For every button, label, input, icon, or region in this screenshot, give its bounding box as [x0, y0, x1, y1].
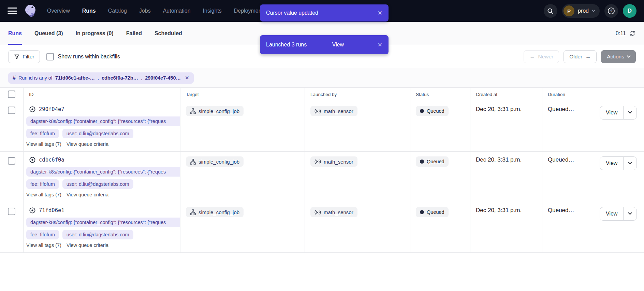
- run-id-link[interactable]: cdbc6f0a: [39, 157, 64, 163]
- queued-status-icon: [29, 156, 36, 163]
- status-badge: Queued: [416, 207, 449, 217]
- run-id-filter-chip[interactable]: # Run id is any of 71fd06e1-afbe-…, cdbc…: [8, 72, 194, 84]
- launched-by-pill[interactable]: math_sensor: [310, 156, 357, 167]
- nav-item-automation[interactable]: Automation: [163, 8, 191, 14]
- target-job-name: simple_config_job: [199, 159, 239, 165]
- target-job-pill[interactable]: simple_config_job: [186, 207, 244, 217]
- view-run-split-button: View: [600, 207, 637, 221]
- sensor-name: math_sensor: [324, 159, 353, 165]
- target-job-pill[interactable]: simple_config_job: [186, 156, 244, 167]
- tab-queued[interactable]: Queued (3): [34, 22, 63, 45]
- remove-filter-icon[interactable]: ✕: [185, 75, 189, 81]
- environment-avatar: P: [564, 5, 574, 16]
- runs-table-header: ID Target Launched by Status Created at …: [0, 87, 644, 101]
- view-all-tags-link[interactable]: View all tags (7): [26, 242, 61, 248]
- tab-in-progress[interactable]: In progress (0): [76, 22, 114, 45]
- fee-tag[interactable]: fee: fifofum: [26, 230, 59, 239]
- search-button[interactable]: [544, 4, 557, 18]
- filter-chip-prefix: Run id is any of: [18, 75, 53, 81]
- view-run-dropdown-button[interactable]: [623, 157, 636, 170]
- comma: ,: [141, 75, 142, 81]
- fee-tag[interactable]: fee: fifofum: [26, 129, 59, 138]
- duration-value: Queued…: [548, 156, 574, 163]
- close-icon[interactable]: ✕: [378, 42, 382, 48]
- view-run-dropdown-button[interactable]: [623, 106, 636, 119]
- nav-item-overview[interactable]: Overview: [47, 8, 70, 14]
- column-header-actions: [594, 88, 644, 101]
- status-dot-icon: [420, 160, 424, 164]
- view-queue-criteria-link[interactable]: View queue criteria: [67, 141, 108, 147]
- config-tag[interactable]: dagster-k8s/config: {"container_config":…: [26, 167, 180, 177]
- show-backfills-label: Show runs within backfills: [58, 54, 120, 60]
- view-queue-criteria-link[interactable]: View queue criteria: [67, 192, 108, 197]
- launched-by-pill[interactable]: math_sensor: [310, 106, 357, 116]
- user-avatar[interactable]: D: [623, 4, 636, 18]
- run-row: 290f04e7 dagster-k8s/config: {"container…: [0, 101, 644, 152]
- nav-item-jobs[interactable]: Jobs: [139, 8, 151, 14]
- view-run-dropdown-button[interactable]: [623, 207, 636, 220]
- filter-funnel-icon: [14, 54, 19, 59]
- status-badge: Queued: [416, 156, 449, 167]
- created-at-value: Dec 20, 3:31 p.m.: [476, 206, 522, 213]
- chevron-down-icon: [628, 161, 632, 164]
- select-run-checkbox[interactable]: [8, 107, 15, 114]
- created-at-value: Dec 20, 3:31 p.m.: [476, 156, 522, 163]
- dagster-logo-icon[interactable]: [23, 3, 38, 19]
- chevron-down-icon: [628, 110, 632, 114]
- fee-tag[interactable]: fee: fifofum: [26, 179, 59, 189]
- view-queue-criteria-link[interactable]: View queue criteria: [67, 242, 108, 248]
- actions-menu-button[interactable]: Actions: [601, 50, 636, 63]
- view-run-button[interactable]: View: [600, 157, 623, 170]
- tab-scheduled[interactable]: Scheduled: [155, 22, 182, 45]
- toast-view-link[interactable]: View: [332, 42, 344, 48]
- config-tag[interactable]: dagster-k8s/config: {"container_config":…: [26, 116, 180, 126]
- view-run-button[interactable]: View: [600, 207, 623, 220]
- toast-launched-runs: Launched 3 runs View ✕: [260, 35, 389, 54]
- target-job-name: simple_config_job: [199, 108, 239, 114]
- newer-page-button[interactable]: ← Newer: [524, 50, 559, 63]
- user-tag[interactable]: user: d.liu@dagsterlabs.com: [62, 230, 133, 239]
- nav-item-insights[interactable]: Insights: [203, 8, 222, 14]
- tab-failed[interactable]: Failed: [126, 22, 142, 45]
- select-all-checkbox[interactable]: [8, 91, 15, 98]
- environment-switcher[interactable]: P prod: [562, 4, 600, 18]
- user-tag[interactable]: user: d.liu@dagsterlabs.com: [62, 179, 133, 189]
- tab-runs[interactable]: Runs: [8, 22, 22, 45]
- view-run-button[interactable]: View: [600, 106, 623, 119]
- status-label: Queued: [427, 209, 444, 215]
- select-run-checkbox[interactable]: [8, 208, 15, 215]
- filter-button-label: Filter: [23, 54, 34, 60]
- help-button[interactable]: ?: [604, 4, 618, 18]
- column-header-id: ID: [24, 88, 180, 101]
- run-id-link[interactable]: 290f04e7: [39, 106, 64, 112]
- actions-button-label: Actions: [607, 54, 624, 60]
- older-button-label: Older: [569, 54, 582, 60]
- filter-button[interactable]: Filter: [8, 50, 40, 63]
- sensor-name: math_sensor: [324, 209, 353, 215]
- nav-item-catalog[interactable]: Catalog: [108, 8, 127, 14]
- view-all-tags-link[interactable]: View all tags (7): [26, 192, 61, 197]
- run-id-link[interactable]: 71fd06e1: [39, 207, 64, 213]
- view-all-tags-link[interactable]: View all tags (7): [26, 141, 61, 147]
- launched-by-pill[interactable]: math_sensor: [310, 207, 357, 217]
- close-icon[interactable]: ✕: [378, 10, 382, 16]
- target-job-pill[interactable]: simple_config_job: [186, 106, 244, 116]
- nav-item-deployment[interactable]: Deployment: [234, 8, 263, 14]
- run-row: cdbc6f0a dagster-k8s/config: {"container…: [0, 152, 644, 202]
- select-run-checkbox[interactable]: [8, 157, 15, 165]
- user-tag[interactable]: user: d.liu@dagsterlabs.com: [62, 129, 133, 138]
- queued-status-icon: [29, 207, 36, 214]
- toast-message: Launched 3 runs: [266, 42, 307, 48]
- column-header-target: Target: [180, 88, 305, 101]
- older-page-button[interactable]: Older →: [564, 50, 597, 63]
- refresh-icon[interactable]: [629, 30, 636, 37]
- nav-item-runs[interactable]: Runs: [82, 8, 96, 14]
- show-backfills-checkbox[interactable]: [46, 53, 54, 60]
- sensor-icon: [314, 210, 321, 215]
- view-run-split-button: View: [600, 156, 637, 170]
- hamburger-menu-icon[interactable]: [8, 8, 17, 14]
- config-tag[interactable]: dagster-k8s/config: {"container_config":…: [26, 218, 180, 227]
- hash-icon: #: [13, 75, 16, 81]
- target-job-name: simple_config_job: [199, 209, 239, 215]
- active-filters-row: # Run id is any of 71fd06e1-afbe-…, cdbc…: [0, 68, 644, 87]
